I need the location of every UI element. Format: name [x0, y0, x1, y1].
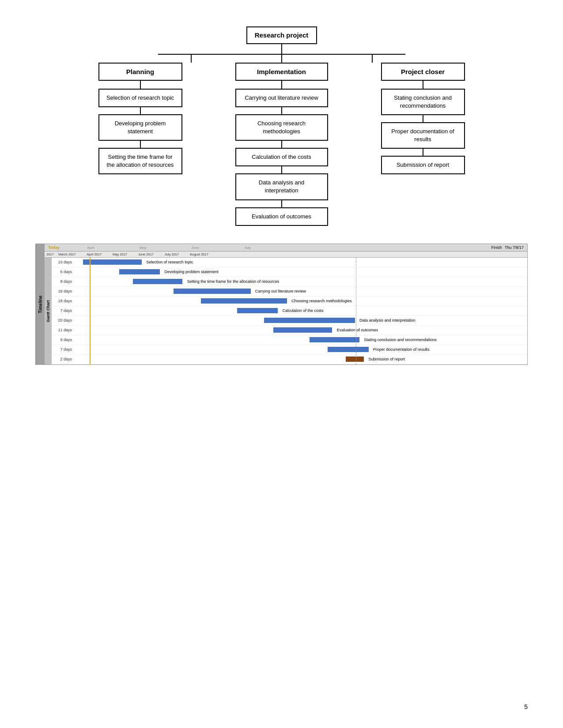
may-label: May [140, 246, 146, 250]
task-days-4: 16 days [52, 289, 74, 293]
task-bar-area-3: Setting the time frame for the allocatio… [74, 278, 527, 285]
task-days-7: 20 days [52, 318, 74, 323]
gantt-chart-label: Gantt Chart [45, 258, 52, 364]
page: Research project Planning [0, 0, 563, 728]
gantt-inner: Today April May June July Finish Thu 7/8… [45, 244, 527, 364]
branch-headers: Planning Selection of research topic Dev… [72, 63, 491, 226]
task-label-5: Choosing research methodologies [291, 298, 352, 304]
page-number: 5 [524, 703, 528, 710]
today-indicator: Today April May June July [48, 245, 251, 250]
task-bar-9 [310, 337, 359, 342]
june-label: June [192, 246, 199, 250]
task-label-1: Selection of research topic [146, 259, 193, 265]
task-days-8: 11 days [52, 328, 74, 332]
task-row-3: 8 days Setting the time frame for the al… [52, 277, 527, 287]
task-bar-area-5: Choosing research methodologies [74, 298, 527, 304]
task-bar-7 [264, 318, 355, 323]
finish-vertical-line [356, 258, 356, 364]
implementation-header: Implementation [235, 63, 328, 81]
task-bar-area-6: Calculation of the costs [74, 308, 527, 314]
gantt-outer-wrapper: Timeline Today April May June July Finis… [36, 244, 527, 364]
task-bar-area-9: Stating conclusion and recommendations [74, 337, 527, 343]
closer-item-2: Proper documentation of results [381, 122, 465, 149]
task-row-8: 11 days Evaluation of outcomes [52, 326, 527, 335]
task-label-7: Data analysis and interpretation [359, 317, 416, 323]
task-bar-6 [237, 308, 278, 313]
task-bar-area-10: Proper documentation of results [74, 346, 527, 353]
task-row-2: 6 days Developing problem statement [52, 267, 527, 277]
branch-planning: Planning Selection of research topic Dev… [90, 63, 191, 175]
task-bar-5 [201, 298, 287, 304]
task-bar-1 [83, 259, 142, 265]
gantt-top-bar: Today April May June July Finish Thu 7/8… [45, 244, 527, 251]
task-bar-area-8: Evaluation of outcomes [74, 327, 527, 333]
task-label-2: Developing problem statement [164, 269, 218, 275]
impl-item-5: Evaluation of outcomes [235, 207, 328, 226]
task-bar-area-11: Submission of report [74, 356, 527, 362]
task-row-5: 18 days Choosing research methodologies [52, 296, 527, 306]
finish-area: Finish Thu 7/8/17 [491, 245, 524, 250]
branch-tops [149, 55, 414, 63]
task-bar-11 [346, 356, 364, 362]
task-row-9: 9 days Stating conclusion and recommenda… [52, 335, 527, 345]
impl-item-1: Carrying out literature review [235, 89, 328, 107]
task-label-10: Proper documentation of results [373, 346, 430, 353]
april-label: April [87, 246, 94, 250]
branch-project-closer: Project closer Stating conclusion and re… [372, 63, 474, 175]
task-label-9: Stating conclusion and recommendations [364, 337, 437, 343]
closer-item-1: Stating conclusion and recommendations [381, 89, 465, 115]
task-row-1: 10 days Selection of research topic [52, 258, 527, 267]
closer-item-3: Submission of report [381, 156, 465, 174]
task-days-9: 9 days [52, 338, 74, 342]
root-v-connector [72, 44, 491, 54]
gantt-tasks-wrapper: Gantt Chart 10 days Selection of researc… [45, 258, 527, 364]
task-bar-10 [328, 347, 368, 352]
task-row-4: 16 days Carrying out literature review [52, 287, 527, 296]
task-days-10: 7 days [52, 347, 74, 352]
impl-item-3: Calculation of the costs [235, 148, 328, 166]
task-days-3: 8 days [52, 279, 74, 284]
task-label-3: Setting the time frame for the allocatio… [187, 278, 280, 285]
org-chart: Research project Planning [35, 26, 528, 226]
finish-date: Thu 7/8/17 [505, 245, 524, 250]
task-bar-area-2: Developing problem statement [74, 269, 527, 275]
gantt-date-strip: 2017 March 2017 April 2017 May 2017 June… [45, 251, 527, 258]
task-days-5: 18 days [52, 299, 74, 303]
root-row: Research project [72, 26, 491, 44]
today-vertical-line [90, 258, 91, 364]
task-days-2: 6 days [52, 270, 74, 274]
task-bar-3 [133, 279, 183, 284]
today-label: Today [48, 245, 60, 250]
task-bar-8 [273, 327, 333, 333]
task-row-11: 2 days Submission of report [52, 355, 527, 364]
gantt-chart: Timeline Today April May June July Finis… [35, 244, 528, 365]
root-box: Research project [246, 26, 317, 44]
org-chart-wrapper: Research project Planning [72, 26, 491, 226]
task-bar-area-1: Selection of research topic [74, 259, 527, 265]
task-bar-4 [174, 289, 251, 294]
task-row-7: 20 days Data analysis and interpretation [52, 316, 527, 326]
task-bar-area-4: Carrying out literature review [74, 288, 527, 294]
impl-item-2: Choosing research methodologies [235, 114, 328, 141]
gantt-tasks-area: 10 days Selection of research topic 6 da… [52, 258, 527, 364]
task-label-4: Carrying out literature review [255, 288, 306, 294]
task-days-6: 7 days [52, 308, 74, 313]
planning-item-1: Selection of research topic [98, 89, 182, 107]
project-closer-header: Project closer [381, 63, 465, 81]
branch-implementation: Implementation Carrying out literature r… [227, 63, 337, 226]
task-bar-area-7: Data analysis and interpretation [74, 317, 527, 323]
task-label-11: Submission of report [369, 356, 405, 362]
finish-label: Finish [491, 245, 502, 250]
task-label-6: Calculation of the costs [282, 308, 323, 314]
task-days-11: 2 days [52, 357, 74, 361]
timeline-label: Timeline [36, 244, 45, 364]
task-row-6: 7 days Calculation of the costs [52, 306, 527, 316]
planning-header: Planning [98, 63, 182, 81]
july-label: July [244, 246, 250, 250]
gantt-dates: 2017 March 2017 April 2017 May 2017 June… [45, 251, 527, 258]
planning-item-3: Setting the time frame for the allocatio… [98, 148, 182, 174]
task-row-10: 7 days Proper documentation of results [52, 345, 527, 355]
planning-item-2: Developing problem statement [98, 114, 182, 141]
impl-item-4: Data analysis and interpretation [235, 173, 328, 200]
task-bar-2 [119, 269, 160, 274]
